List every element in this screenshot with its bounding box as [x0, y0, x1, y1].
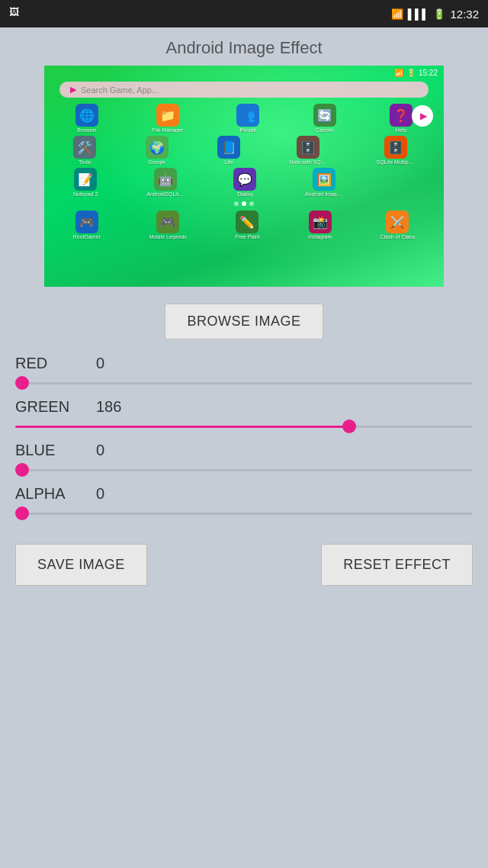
app-icon-help: ❓ Help [390, 104, 413, 133]
phone-search-bar: ▶ Search Game, App... [59, 82, 429, 98]
notepad-icon: 📝 [74, 168, 97, 191]
mobilelegends-icon: 🎮 [156, 211, 179, 233]
app-icon-dialog: 💬 Dialog [233, 168, 256, 197]
tools-label: Tools [79, 159, 91, 165]
instagram-label: Instagram [308, 234, 332, 240]
app-icon-people: 👥 People [236, 104, 259, 133]
app-icon-rootgamer: 🎮 RootGamer [73, 211, 101, 240]
green-value: 186 [96, 398, 121, 416]
image-inner: 📶 🔋 15:22 ▶ Search Game, App... 🌐 Browse… [44, 66, 444, 287]
dialog-icon: 💬 [233, 168, 256, 191]
alpha-slider-thumb[interactable] [15, 506, 29, 520]
dialog-label: Dialog [237, 191, 252, 197]
green-slider-row: GREEN 186 [15, 398, 473, 434]
mobilelegends-label: Mobile Legends [149, 234, 186, 240]
app-icon-imageeffect: 🖼️ Android Image Effect [305, 168, 343, 197]
red-value: 0 [96, 355, 104, 372]
app-icon-sqlite-multi: 🗄️ SQLite Multiple Tables [377, 136, 415, 165]
action-buttons-row: SAVE IMAGE RESET EFFECT [0, 529, 488, 586]
image-preview: 📶 🔋 15:22 ▶ Search Game, App... 🌐 Browse… [44, 66, 444, 287]
app-row-4: 🎮 RootGamer 🎮 Mobile Legends ✏️ Free Pai… [44, 209, 444, 241]
save-image-button[interactable]: SAVE IMAGE [15, 544, 147, 586]
red-slider-track [15, 382, 473, 384]
rootgamer-label: RootGamer [73, 234, 101, 240]
blue-label: BLUE [15, 442, 84, 459]
red-slider-thumb[interactable] [15, 376, 29, 390]
alpha-label: ALPHA [15, 485, 84, 503]
signal-icon: ▌▌▌ [408, 8, 429, 20]
blue-value: 0 [96, 442, 104, 459]
green-slider-track [15, 426, 473, 428]
blue-slider-track [15, 469, 473, 471]
app-icon-lite: 📘 Lite [217, 136, 240, 165]
files-icon: 📁 [156, 104, 179, 127]
app-icon-sqlite: 🗄️ Note with SQLite [289, 136, 327, 165]
help-label: Help [396, 127, 406, 133]
green-label: GREEN [15, 398, 84, 416]
blue-slider-thumb[interactable] [15, 463, 29, 477]
green-slider-track-wrap[interactable] [15, 419, 473, 434]
app-row-1: 🌐 Browser 📁 File Manager 👥 People 🔄 Carr… [44, 102, 444, 134]
phone-play-button [412, 105, 433, 127]
freepaint-icon: ✏️ [236, 211, 258, 233]
reset-effect-button[interactable]: RESET EFFECT [321, 544, 473, 586]
app-row-2: 🛠️ Tools 🌍 Google 📘 Lite 🗄️ Note with SQ… [44, 134, 444, 166]
app-icon-tools: 🛠️ Tools [73, 136, 96, 165]
rootgamer-icon: 🎮 [75, 211, 98, 233]
red-slider-row: RED 0 [15, 355, 473, 391]
browse-image-button[interactable]: BROWSE IMAGE [165, 304, 323, 339]
phone-overlay: 📶 🔋 15:22 ▶ Search Game, App... 🌐 Browse… [44, 66, 444, 287]
help-icon: ❓ [390, 104, 413, 127]
play-triangle: ▶ [70, 85, 76, 95]
sliders-section: RED 0 GREEN 186 BLUE 0 [0, 355, 488, 521]
alpha-slider-track-wrap[interactable] [15, 506, 473, 521]
lite-icon: 📘 [217, 136, 240, 159]
dot-3 [249, 201, 254, 206]
clashofclans-icon: ⚔️ [386, 211, 409, 233]
alpha-label-row: ALPHA 0 [15, 485, 473, 503]
tools-icon: 🛠️ [73, 136, 96, 159]
phone-battery: 🔋 [406, 69, 416, 77]
red-label: RED [15, 355, 84, 372]
carrom-icon: 🔄 [313, 104, 336, 127]
app-icon-instagram: 📸 Instagram [308, 211, 332, 240]
battery-icon: 🔋 [433, 8, 445, 20]
sqlite-multi-icon: 🗄️ [384, 136, 407, 159]
status-bar: 🖼 📶 ▌▌▌ 🔋 12:32 [0, 0, 488, 27]
browse-button-wrap: BROWSE IMAGE [0, 304, 488, 339]
search-placeholder: Search Game, App... [81, 85, 159, 95]
app-icon-freepaint: ✏️ Free Paint [235, 211, 259, 240]
app-icon-mobilelegends: 🎮 Mobile Legends [149, 211, 186, 240]
app-icon-notepad: 📝 Notepad 2 [73, 168, 98, 197]
red-slider-track-wrap[interactable] [15, 375, 473, 391]
status-bar-left: 🖼 [9, 5, 19, 18]
green-slider-filled [15, 426, 349, 428]
page-dots [44, 201, 444, 206]
carrom-label: Carrom [316, 127, 333, 133]
instagram-icon: 📸 [309, 211, 332, 233]
empty-icon [392, 168, 415, 191]
blue-label-row: BLUE 0 [15, 442, 473, 459]
sqlite-label: Note with SQLite [289, 159, 327, 165]
alpha-slider-track [15, 513, 473, 515]
lite-label: Lite [224, 159, 233, 165]
blue-slider-track-wrap[interactable] [15, 462, 473, 477]
app-icon-files: 📁 File Manager [152, 104, 183, 133]
green-slider-thumb[interactable] [342, 420, 356, 433]
wifi-icon: 📶 [391, 8, 403, 20]
google-label: Google [148, 159, 165, 165]
app-icon-empty [392, 168, 415, 197]
alpha-slider-row: ALPHA 0 [15, 485, 473, 521]
freepaint-label: Free Paint [235, 234, 259, 240]
notepad-label: Notepad 2 [73, 191, 98, 197]
imageeffect-icon: 🖼️ [313, 168, 336, 191]
app-title: Android Image Effect [0, 27, 488, 66]
androidsql-label: AndroidSQLite Tutorial [146, 191, 185, 197]
imageeffect-label: Android Image Effect [305, 191, 343, 197]
files-label: File Manager [152, 127, 183, 133]
blue-slider-row: BLUE 0 [15, 442, 473, 477]
browser-icon: 🌐 [75, 104, 98, 127]
alpha-value: 0 [96, 485, 104, 503]
app-icon-browser: 🌐 Browser [75, 104, 98, 133]
phone-status-bar: 📶 🔋 15:22 [44, 66, 444, 80]
